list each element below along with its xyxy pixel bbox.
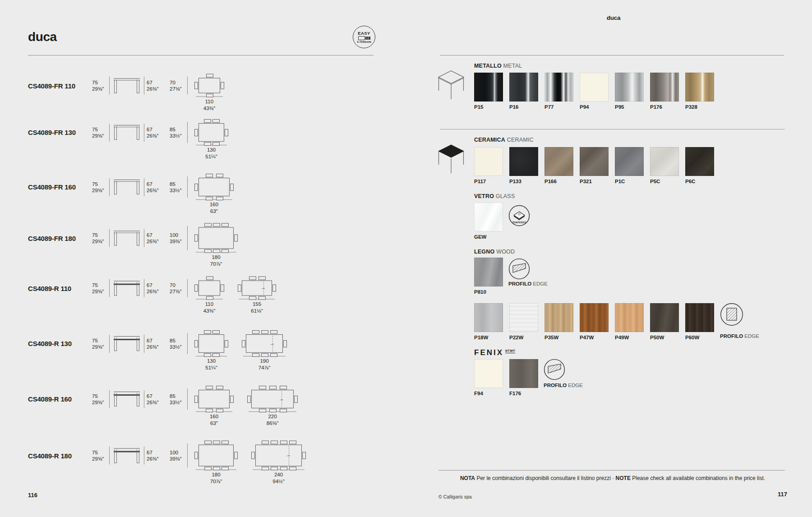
copyright: © Calligaris spa [438, 494, 472, 499]
chair-icon [221, 82, 224, 89]
chair-icon [251, 452, 255, 459]
chair-icon [212, 353, 220, 357]
chair-icon [269, 409, 277, 412]
table-top-view: →19074⅞" [243, 316, 286, 371]
height-dimension: 7529⅝" [92, 449, 107, 462]
dimension-tick [109, 390, 110, 408]
side-view-group: 7529⅝"6726⅜" [92, 77, 161, 95]
chair-icon [221, 467, 229, 471]
chair-icon [270, 353, 277, 357]
side-view-group: 7529⅝"6726⅜" [92, 178, 161, 196]
table-side-view-diagram [114, 180, 140, 195]
side-view-group: 7529⅝"6726⅜" [92, 390, 161, 408]
height-dimension: 7529⅝" [92, 79, 107, 92]
chair-icon [280, 467, 287, 471]
table-top-view: →15561⅛" [239, 263, 275, 314]
chair-icon [212, 119, 220, 123]
chair-icon [194, 129, 198, 136]
table-top-view: →22086⅝" [249, 372, 296, 427]
product-code: CS4089-FR 130 [28, 129, 92, 137]
table-top-view: 11043⅜" [196, 263, 223, 314]
material-swatch-P35W: P35W [544, 303, 573, 332]
table-top-view-diagram [198, 281, 220, 296]
dimension-tick [144, 279, 144, 297]
wood-swatch-row-2: P18WP22WP35WP47WP49WP50WP60W [474, 303, 714, 332]
badge-xtension-label: X-TENSION [357, 41, 371, 43]
chair-icon [204, 223, 212, 227]
chair-icon [259, 386, 266, 389]
chair-icon [204, 249, 212, 253]
top-view-group: 10039⅜"18070⅞"→24094½" [170, 427, 304, 485]
chair-icon [194, 340, 198, 347]
dimension-tick [144, 390, 144, 408]
swatch-code-label: P22W [509, 335, 523, 340]
chair-icon [212, 330, 220, 334]
running-header: duca [568, 14, 659, 21]
top-view-group: 8533½"16063" [170, 160, 232, 215]
material-swatch-P133: P133 [509, 147, 538, 176]
chair-icon [259, 409, 266, 412]
chair-icon [194, 184, 198, 191]
width-dimension: 8533½" [170, 181, 185, 194]
chair-icon [289, 467, 296, 471]
chair-icon [221, 249, 229, 253]
width-dimension: 10039⅜" [170, 232, 185, 245]
top-view-group: 7027⅝"11043⅜" [170, 60, 223, 112]
material-swatch-P117: P117 [474, 147, 503, 176]
length-measure: 11043⅜" [196, 299, 223, 314]
table-top-view: 11043⅜" [196, 60, 223, 112]
extension-arrow-icon: → [260, 284, 266, 291]
dimension-tick [109, 229, 110, 247]
table-top-view-diagram [198, 78, 220, 93]
profilo-edge-label: PROFILO EDGE [720, 333, 759, 339]
material-swatch-P6C: P6C [685, 147, 714, 176]
dimension-tick [144, 447, 144, 465]
dimension-tick [144, 178, 144, 196]
chair-icon [213, 441, 220, 444]
product-code: CS4089-R 180 [28, 452, 92, 460]
ceramic-top-table-icon [437, 143, 466, 176]
page-number-left: 116 [28, 492, 37, 499]
depth-dimension: 6726⅜" [147, 337, 161, 351]
chair-icon [213, 249, 220, 253]
chair-icon [283, 340, 287, 347]
chair-icon [206, 296, 213, 300]
dimension-tick [109, 178, 110, 196]
product-code: CS4089-FR 180 [28, 235, 92, 242]
material-swatch-P22W: P22W [509, 303, 538, 332]
chair-icon [280, 386, 287, 389]
height-dimension: 7529⅝" [92, 232, 107, 245]
swatch-code-label: P133 [509, 179, 521, 184]
swatch-code-label: P47W [580, 335, 594, 340]
section-label-legno: LEGNO WOOD [474, 249, 515, 255]
material-swatch-P321: P321 [580, 147, 609, 176]
chair-icon [289, 441, 296, 444]
chair-icon [216, 386, 223, 389]
swatch-code-label: P50W [650, 335, 664, 340]
table-top-view: →24094½" [253, 427, 304, 485]
left-page-rule [28, 55, 374, 55]
chair-icon [206, 94, 213, 97]
swatch-code-label: P166 [544, 179, 557, 184]
table-top-view: 13051¼" [196, 316, 227, 371]
metal-swatch-row: P15P16P77P94P95P176P328 [474, 73, 714, 102]
swatch-code-label: P60W [685, 335, 699, 340]
length-measure: 24094½" [253, 470, 304, 485]
chair-icon [204, 142, 211, 146]
chair-icon [206, 386, 213, 389]
material-swatch-P50W: P50W [650, 303, 679, 332]
material-swatch-P176: P176 [650, 73, 679, 102]
chair-icon [194, 235, 198, 242]
side-view-group: 7529⅝"6726⅜" [92, 335, 161, 353]
page-title: duca [28, 30, 57, 44]
fenix-swatch-row: F94F176 [474, 359, 538, 388]
dimension-tick [144, 335, 144, 353]
table-top-view-diagram [198, 334, 224, 353]
length-measure: 16063" [196, 411, 232, 427]
chair-icon [271, 467, 278, 471]
material-swatch-GEW: GEW [474, 203, 503, 231]
section-label-vetro: VETRO GLASS [474, 193, 515, 199]
chair-icon [247, 396, 251, 403]
ceramic-swatch-row: P117P133P166P321P1CP5CP6C [474, 147, 714, 176]
material-swatch-P810: P810 [474, 258, 503, 286]
